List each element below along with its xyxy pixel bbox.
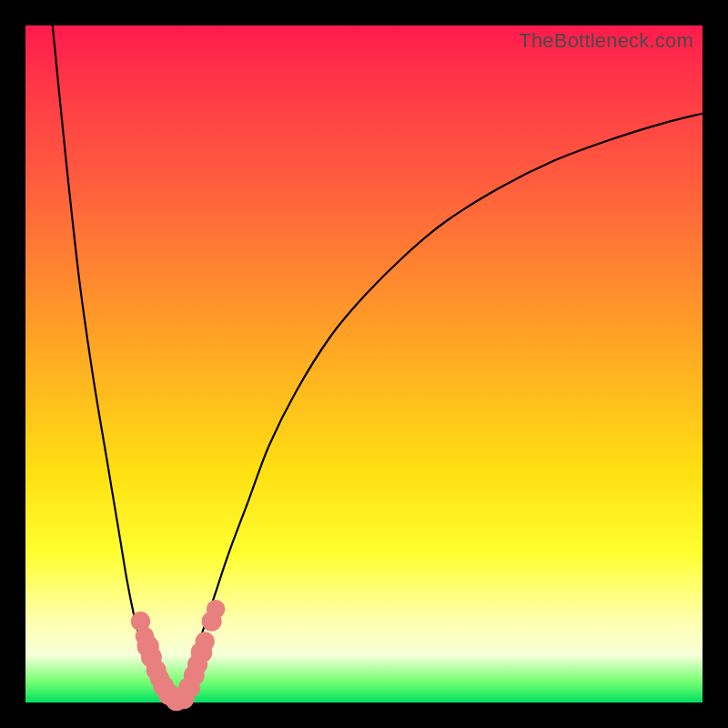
chart-svg <box>25 25 703 703</box>
curve-right-branch <box>175 114 703 703</box>
chart-plot-area: TheBottleneck.com <box>25 25 703 703</box>
data-marker <box>195 632 214 651</box>
marker-group <box>131 600 226 711</box>
chart-frame: TheBottleneck.com <box>0 0 728 728</box>
data-marker <box>207 600 226 619</box>
curve-left-branch <box>53 25 175 703</box>
